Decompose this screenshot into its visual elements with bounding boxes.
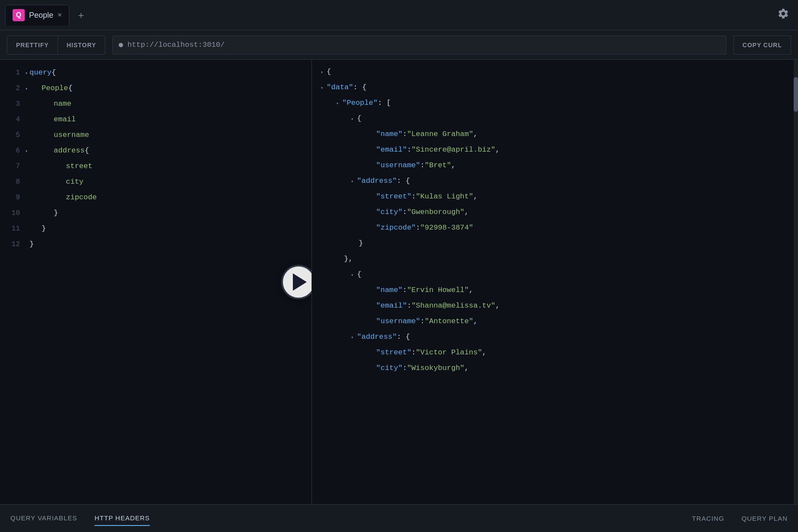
scrollbar[interactable] (794, 60, 798, 504)
query-line: 12 } (0, 240, 311, 256)
collapse-arrow-icon[interactable]: ▾ (25, 71, 28, 76)
copy-curl-button[interactable]: COPY CURL (733, 36, 791, 55)
json-token: "address" (357, 333, 397, 341)
collapse-arrow-icon (25, 165, 28, 169)
json-token: "Gwenborough" (407, 208, 464, 216)
json-token: : (402, 364, 407, 372)
json-token: , (469, 286, 473, 294)
json-token: "city" (376, 364, 402, 372)
response-line: "city": "Wisokyburgh", (312, 363, 798, 379)
json-token: : (412, 192, 416, 201)
json-token: : (412, 348, 416, 357)
json-token: { (357, 270, 361, 279)
play-icon (293, 273, 307, 291)
collapse-arrow-icon[interactable]: ▾ (336, 101, 339, 106)
json-token: { (327, 68, 331, 76)
json-token: , (495, 146, 500, 154)
query-panel: 1▾query {2▾People {3 name4 email5 userna… (0, 60, 312, 504)
prettify-button[interactable]: PRETTIFY (7, 36, 58, 55)
scrollbar-thumb[interactable] (794, 77, 798, 112)
json-token: "username" (376, 317, 420, 325)
json-token: : [ (378, 99, 391, 107)
response-line: ▾{ (312, 67, 798, 82)
json-token: "street" (376, 192, 412, 201)
code-token: } (54, 209, 58, 217)
code-token: } (29, 240, 34, 248)
json-token: "data" (327, 83, 353, 91)
collapse-arrow-icon (25, 211, 28, 216)
code-token: { (84, 146, 89, 155)
json-token: "address" (357, 177, 397, 185)
line-number: 3 (7, 100, 20, 108)
response-line: ▾{ (312, 269, 798, 285)
line-number: 8 (7, 178, 20, 186)
tab-people[interactable]: Q People ✕ (5, 5, 69, 26)
line-number: 12 (7, 240, 20, 248)
tab-close-icon[interactable]: ✕ (58, 12, 62, 19)
code-token: address (54, 146, 84, 155)
json-token: : (416, 224, 420, 232)
json-token: , (473, 192, 477, 201)
json-token: , (464, 208, 469, 216)
code-token: email (54, 115, 76, 123)
bottom-tab-query-variables[interactable]: QUERY VARIABLES (10, 511, 77, 526)
line-number: 4 (7, 116, 20, 123)
bottom-tab-http-headers[interactable]: HTTP HEADERS (94, 511, 150, 526)
tab-title: People (29, 11, 53, 20)
json-token: , (451, 161, 455, 169)
json-token: "Antonette" (425, 317, 473, 325)
bottom-tab-query-plan[interactable]: QUERY PLAN (742, 511, 788, 526)
line-number: 11 (7, 225, 20, 233)
response-line: ▾"address": { (312, 332, 798, 347)
history-button[interactable]: HISTORY (58, 36, 105, 55)
collapse-arrow-icon[interactable]: ▾ (321, 85, 323, 91)
json-token: : (407, 146, 411, 154)
collapse-arrow-icon[interactable]: ▾ (25, 149, 28, 154)
query-line: 5 username (0, 131, 311, 146)
response-line: "username": "Bret", (312, 160, 798, 176)
response-line: "city": "Gwenborough", (312, 207, 798, 223)
query-line: 3 name (0, 100, 311, 115)
line-number: 5 (7, 131, 20, 139)
query-line: 2▾People { (0, 84, 311, 100)
response-line: "name": "Ervin Howell", (312, 285, 798, 301)
json-token: "Kulas Light" (416, 192, 474, 201)
json-token: "People" (342, 99, 378, 107)
json-token: "Wisokyburgh" (407, 364, 464, 372)
line-number: 10 (7, 209, 20, 217)
collapse-arrow-icon[interactable]: ▾ (351, 335, 354, 340)
json-token: "zipcode" (376, 224, 416, 232)
collapse-arrow-icon (25, 102, 28, 107)
json-token: , (495, 302, 500, 310)
response-line: ▾"data": { (312, 82, 798, 98)
line-number: 7 (7, 162, 20, 170)
url-bar[interactable]: http://localhost:3010/ (112, 36, 727, 55)
collapse-arrow-icon[interactable]: ▾ (351, 179, 354, 184)
json-token: "Leanne Graham" (407, 130, 473, 138)
response-line: "zipcode": "92998-3874" (312, 223, 798, 238)
json-token: , (482, 348, 487, 357)
code-editor[interactable]: 1▾query {2▾People {3 name4 email5 userna… (0, 60, 311, 264)
settings-icon[interactable] (777, 7, 789, 23)
editor-area: 1▾query {2▾People {3 name4 email5 userna… (0, 60, 798, 504)
json-token: : (402, 208, 407, 216)
run-button[interactable] (281, 265, 312, 299)
json-token: "email" (376, 146, 407, 154)
collapse-arrow-icon[interactable]: ▾ (321, 70, 323, 75)
json-token: "Victor Plains" (416, 348, 482, 357)
collapse-arrow-icon[interactable]: ▾ (351, 272, 354, 278)
code-token: street (66, 162, 92, 170)
collapse-arrow-icon (25, 133, 28, 138)
bottom-tab-tracing[interactable]: TRACING (692, 511, 724, 526)
code-token: query (29, 68, 52, 77)
bottom-bar: QUERY VARIABLESHTTP HEADERSTRACINGQUERY … (0, 504, 798, 532)
tab-add-button[interactable]: ＋ (74, 6, 88, 24)
collapse-arrow-icon[interactable]: ▾ (25, 86, 28, 91)
json-token: : (420, 317, 425, 325)
response-line: "name": "Leanne Graham", (312, 129, 798, 145)
collapse-arrow-icon[interactable]: ▾ (351, 117, 354, 122)
json-token: , (464, 364, 469, 372)
response-line: "street": "Victor Plains", (312, 347, 798, 363)
json-token: "Shanna@melissa.tv" (412, 302, 496, 310)
tab-logo: Q (13, 9, 25, 21)
